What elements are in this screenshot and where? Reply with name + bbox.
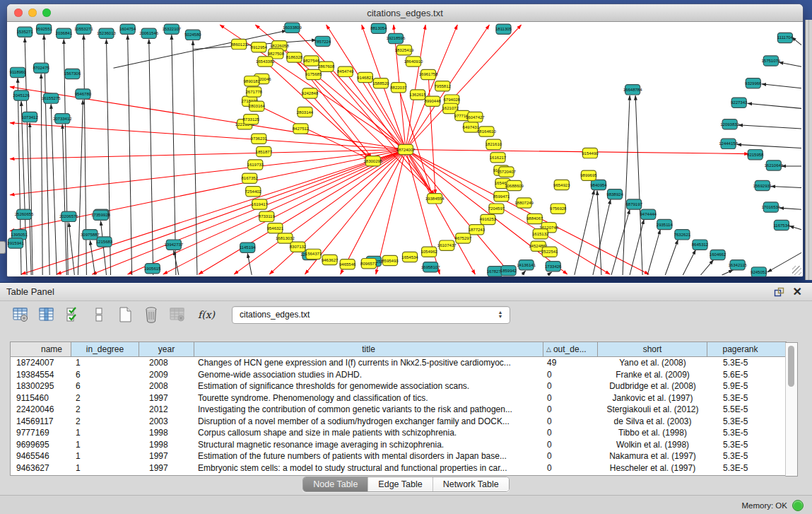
table-row[interactable]: 1456911722003Disruption of a novel membe… bbox=[11, 416, 786, 428]
graph-node[interactable]: 7955812 bbox=[434, 81, 451, 91]
scrollbar-thumb[interactable] bbox=[788, 346, 794, 387]
graph-node[interactable]: 18724007 bbox=[396, 144, 416, 154]
tab-node-table[interactable]: Node Table bbox=[303, 477, 368, 491]
graph-node[interactable]: 8215958 bbox=[747, 150, 764, 160]
network-canvas[interactable]: 1535271959255120368411055327115236013160… bbox=[7, 22, 803, 276]
cell-year[interactable]: 1997 bbox=[139, 463, 194, 473]
cell-short[interactable]: de Silva et al. (2003) bbox=[598, 416, 707, 426]
cell-out_degree[interactable]: 0 bbox=[543, 381, 598, 391]
graph-node[interactable]: 9465546 bbox=[339, 259, 356, 269]
cell-pagerank[interactable]: 5.3E-5 bbox=[707, 451, 773, 461]
graph-node[interactable]: 8427512 bbox=[293, 124, 310, 134]
cell-name[interactable]: 9699695 bbox=[11, 440, 71, 450]
graph-node[interactable]: 1616217 bbox=[490, 153, 507, 163]
cell-in_degree[interactable]: 6 bbox=[71, 370, 139, 380]
cell-pagerank[interactable]: 5.3E-5 bbox=[707, 463, 773, 473]
graph-node[interactable]: 16047427 bbox=[466, 112, 485, 122]
cell-in_degree[interactable]: 2 bbox=[71, 416, 139, 426]
graph-node[interactable]: 9546321 bbox=[267, 223, 284, 233]
column-header-year[interactable]: year bbox=[139, 342, 194, 356]
cell-year[interactable]: 1998 bbox=[139, 440, 194, 450]
graph-node[interactable]: 15720407 bbox=[497, 167, 516, 177]
graph-node[interactable]: 20206576 bbox=[59, 211, 78, 221]
cell-in_degree[interactable]: 1 bbox=[71, 428, 139, 438]
column-header-pagerank[interactable]: pagerank bbox=[707, 342, 773, 356]
function-builder-icon[interactable]: f(x) bbox=[194, 305, 218, 324]
cell-name[interactable]: 9115460 bbox=[11, 393, 71, 403]
graph-node[interactable]: 8186328 bbox=[286, 52, 303, 62]
table-row[interactable]: 1830029562008Estimation of significance … bbox=[11, 380, 786, 392]
graph-node[interactable]: 9154490 bbox=[582, 148, 599, 158]
graph-node[interactable]: 1604754 bbox=[119, 24, 136, 34]
graph-node[interactable]: 3915941 bbox=[7, 238, 24, 248]
graph-node[interactable]: 9227343 bbox=[731, 98, 748, 107]
graph-node[interactable]: 1054962 bbox=[420, 247, 437, 257]
graph-node[interactable]: 14136141 bbox=[517, 260, 536, 270]
graph-node[interactable]: 1567306 bbox=[64, 69, 81, 78]
graph-node[interactable]: 8990448 bbox=[424, 96, 441, 106]
cell-name[interactable]: 22420046 bbox=[11, 404, 71, 414]
graph-node[interactable]: 9838924 bbox=[606, 189, 623, 199]
graph-node[interactable]: 16033809 bbox=[283, 23, 302, 33]
graph-node[interactable]: 1073412 bbox=[21, 112, 38, 122]
cell-short[interactable]: Dudbridge et al. (2008) bbox=[598, 381, 707, 391]
graph-node[interactable]: 16958107 bbox=[421, 262, 440, 272]
graph-node[interactable]: 9840954 bbox=[590, 180, 607, 189]
graph-node[interactable]: 9546780 bbox=[75, 89, 92, 99]
graph-node[interactable]: 12444158 bbox=[719, 139, 738, 148]
graph-node[interactable]: 8454749 bbox=[337, 66, 354, 76]
cell-name[interactable]: 18724007 bbox=[11, 358, 71, 368]
cell-year[interactable]: 1997 bbox=[139, 393, 194, 403]
cell-in_degree[interactable]: 1 bbox=[71, 440, 139, 450]
cell-title[interactable]: Corpus callosum shape and size in male p… bbox=[194, 428, 543, 438]
show-columns-icon[interactable] bbox=[37, 305, 56, 324]
graph-node[interactable]: 9175685 bbox=[305, 69, 322, 79]
cell-pagerank[interactable]: 5.9E-5 bbox=[707, 381, 773, 391]
graph-node[interactable]: 10553271 bbox=[74, 24, 93, 34]
graph-node[interactable]: 9118960 bbox=[10, 67, 27, 77]
column-header-in_degree[interactable]: in_degree bbox=[71, 342, 139, 356]
cell-title[interactable]: Estimation of the future numbers of pati… bbox=[194, 451, 543, 461]
graph-node[interactable]: 5024580 bbox=[184, 30, 201, 40]
cell-short[interactable]: Hescheler et al. (1997) bbox=[598, 463, 707, 473]
cell-short[interactable]: Wolkin et al. (1998) bbox=[598, 440, 707, 450]
graph-node[interactable]: 16107437 bbox=[437, 240, 457, 250]
graph-node[interactable]: 2045126 bbox=[13, 90, 30, 100]
network-window[interactable]: citations_edges.txt 15352719592551203684… bbox=[7, 4, 803, 276]
cell-in_degree[interactable]: 1 bbox=[71, 358, 139, 368]
graph-node[interactable]: 8096571 bbox=[360, 259, 377, 269]
table-row[interactable]: 946362711997Embryonic stem cells: a mode… bbox=[11, 462, 786, 474]
cell-out_degree[interactable]: 49 bbox=[543, 358, 598, 368]
graph-node[interactable]: 6879197 bbox=[625, 199, 642, 209]
graph-node[interactable]: 15236013 bbox=[97, 28, 116, 38]
graph-node[interactable]: 2803164 bbox=[249, 101, 266, 111]
graph-node[interactable]: 1535271 bbox=[16, 27, 33, 37]
graph-node[interactable]: 25260655 bbox=[15, 209, 34, 219]
graph-node[interactable]: 7857224 bbox=[314, 36, 331, 46]
network-graph[interactable]: 1535271959255120368411055327115236013160… bbox=[7, 22, 803, 276]
cell-out_degree[interactable]: 0 bbox=[543, 393, 598, 403]
graph-node[interactable]: 1604662 bbox=[710, 250, 726, 259]
cell-name[interactable]: 19384554 bbox=[11, 370, 71, 380]
select-all-columns-icon[interactable] bbox=[64, 305, 82, 324]
graph-node[interactable]: 9899695 bbox=[580, 170, 597, 180]
graph-node[interactable]: 20733412 bbox=[53, 114, 72, 124]
column-header-name[interactable]: name bbox=[11, 342, 71, 356]
cell-title[interactable]: Tourette syndrome. Phenomenology and cla… bbox=[194, 393, 543, 403]
column-header-title[interactable]: title bbox=[194, 342, 543, 356]
graph-node[interactable]: 4675297 bbox=[455, 233, 472, 243]
create-column-icon[interactable] bbox=[116, 305, 134, 324]
graph-node[interactable]: 17359928 bbox=[91, 210, 110, 220]
table-mode-icon[interactable] bbox=[11, 305, 30, 324]
table-row[interactable]: 1938455462009Genome-wide association stu… bbox=[11, 369, 786, 381]
graph-node[interactable]: 9474444 bbox=[640, 209, 657, 219]
graph-node[interactable]: 1821610 bbox=[486, 139, 502, 149]
graph-node[interactable]: 18640910 bbox=[404, 57, 423, 66]
graph-node[interactable]: 8167352 bbox=[242, 173, 259, 183]
graph-node[interactable]: 1733426 bbox=[545, 262, 562, 271]
graph-node[interactable]: 9736231 bbox=[251, 134, 268, 144]
delete-column-icon[interactable] bbox=[142, 305, 160, 324]
graph-node[interactable]: 1905615 bbox=[144, 264, 161, 274]
cell-year[interactable]: 2008 bbox=[139, 381, 194, 391]
table-selector-dropdown[interactable]: citations_edges.txt ▲▼ bbox=[232, 306, 510, 324]
